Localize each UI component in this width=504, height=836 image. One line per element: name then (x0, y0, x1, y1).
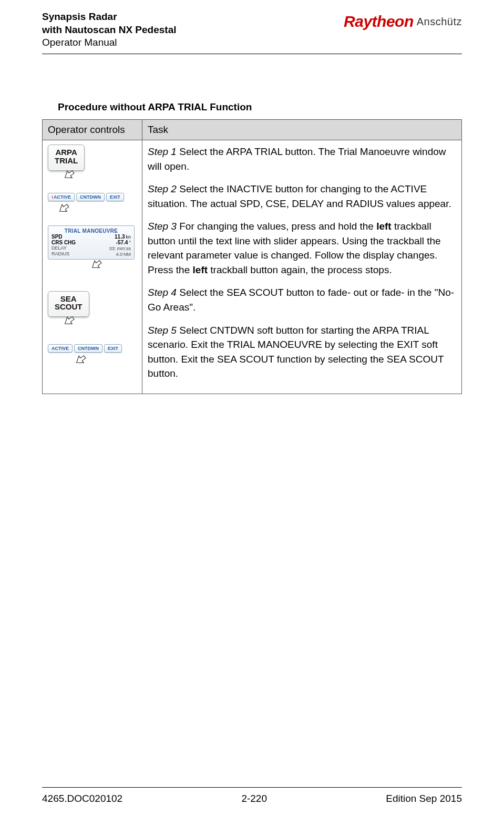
cntdwn-softkey-1[interactable]: CNTDWN (76, 193, 105, 201)
operator-controls-cell: ARPA TRIAL !ACTIVE CNTDWN EXIT TRIAL MAN… (43, 140, 142, 394)
page-header: Synapsis Radar with Nautoscan NX Pedesta… (42, 11, 462, 54)
col-header-task: Task (142, 120, 462, 140)
brand-logo: Raytheon Anschütz (344, 13, 462, 30)
step-3: Step 3 For changing the values, press an… (148, 219, 456, 277)
warning-icon: ! (52, 194, 53, 200)
doc-title-line1: Synapsis Radar (42, 11, 177, 24)
footer-page-number: 2-220 (241, 793, 267, 804)
step-3-text-c: trackball button again, the process stop… (208, 264, 392, 275)
step-1-text: Select the ARPA TRIAL button. The Trial … (148, 146, 446, 172)
step-5-label: Step 5 (148, 325, 177, 336)
step-2-text: Select the INACTIVE button for changing … (148, 183, 451, 209)
exit-softkey-1[interactable]: EXIT (106, 193, 124, 201)
active-softkey-1[interactable]: !ACTIVE (48, 193, 75, 201)
step-2-label: Step 2 (148, 183, 177, 194)
crs-value: -57.4 (116, 240, 128, 245)
step-3-text-a: For changing the values, press and hold … (177, 221, 376, 232)
step-5-text: Select CNTDWN soft button for starting t… (148, 325, 444, 379)
spd-unit: kn (126, 234, 131, 240)
step-3-bold-b: left (193, 264, 208, 275)
arpa-trial-label-1: ARPA (55, 148, 78, 157)
doc-title-block: Synapsis Radar with Nautoscan NX Pedesta… (42, 11, 177, 49)
spd-label: SPD (52, 234, 63, 240)
spd-value: 11.3 (115, 234, 125, 240)
step-4-label: Step 4 (148, 287, 177, 298)
radius-label: RADIUS (52, 251, 69, 257)
delay-value: 03: (109, 246, 116, 251)
pointer-arrow-icon (63, 315, 137, 329)
pointer-arrow-icon (57, 202, 137, 217)
arpa-trial-label-2: TRIAL (55, 157, 78, 165)
step-4: Step 4 Select the SEA SCOUT button to fa… (148, 285, 456, 314)
pointer-arrow-icon (90, 259, 137, 273)
doc-title-line2: with Nautoscan NX Pedestal (42, 24, 177, 37)
raytheon-logo: Raytheon (344, 13, 414, 30)
step-1-label: Step 1 (148, 146, 177, 157)
sea-scout-label-2: SCOUT (55, 303, 83, 311)
radius-value: 4.0 (116, 252, 122, 257)
delay-label: DELAY (52, 245, 67, 251)
anschutz-logo: Anschütz (417, 16, 462, 28)
step-3-bold-a: left (376, 221, 392, 232)
active-softkey-2[interactable]: ACTIVE (48, 344, 73, 353)
doc-subtitle: Operator Manual (42, 36, 177, 49)
panel-title: TRIAL MANOEUVRE (52, 228, 131, 234)
step-1: Step 1 Select the ARPA TRIAL button. The… (148, 145, 456, 173)
exit-softkey-2[interactable]: EXIT (104, 344, 122, 353)
sea-scout-label-1: SEA (55, 295, 83, 303)
pointer-arrow-icon (63, 169, 137, 183)
col-header-controls: Operator controls (43, 120, 142, 140)
pointer-arrow-icon (74, 354, 137, 368)
footer-doc-id: 4265.DOC020102 (42, 793, 122, 804)
crs-unit: ° (129, 240, 131, 245)
arpa-trial-button[interactable]: ARPA TRIAL (48, 145, 85, 171)
cntdwn-softkey-2[interactable]: CNTDWN (74, 344, 102, 353)
step-2: Step 2 Select the INACTIVE button for ch… (148, 182, 456, 211)
footer-edition: Edition Sep 2015 (386, 793, 462, 804)
trial-manoeuvre-panel: TRIAL MANOEUVRE SPD11.3kn CRS CHG-57.4° … (48, 225, 135, 260)
procedure-table: Operator controls Task ARPA TRIAL !ACTIV… (42, 119, 462, 394)
step-4-text: Select the SEA SCOUT button to fade- out… (148, 287, 454, 313)
step-3-label: Step 3 (148, 221, 177, 232)
delay-unit: mm:ss (117, 246, 131, 251)
task-cell: Step 1 Select the ARPA TRIAL button. The… (142, 140, 462, 394)
radius-unit: NM (124, 252, 131, 257)
section-title: Procedure without ARPA TRIAL Function (58, 101, 462, 113)
crs-label: CRS CHG (52, 240, 76, 245)
page-footer: 4265.DOC020102 2-220 Edition Sep 2015 (42, 787, 462, 804)
step-5: Step 5 Select CNTDWN soft button for sta… (148, 323, 456, 381)
